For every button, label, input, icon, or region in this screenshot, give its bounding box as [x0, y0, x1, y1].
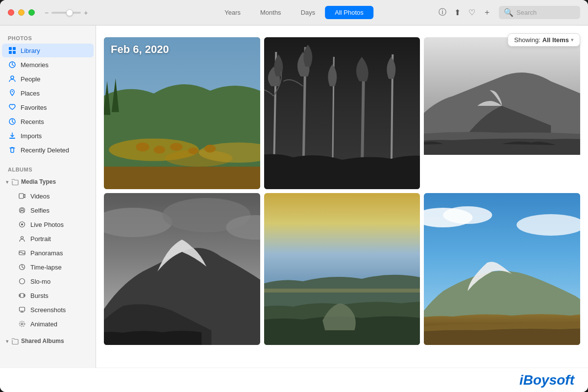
photo-cell-4[interactable]: [104, 193, 260, 345]
sidebar-item-recents[interactable]: Recents: [2, 115, 94, 128]
bursts-label: Bursts: [30, 292, 49, 299]
tab-months[interactable]: Months: [250, 6, 291, 19]
shared-albums-label: Shared Albums: [21, 338, 64, 344]
sidebar-item-people[interactable]: People: [2, 72, 94, 86]
showing-badge[interactable]: Showing: All Items ▾: [508, 33, 580, 47]
photo-cell-5[interactable]: [264, 193, 420, 345]
sidebar-item-selfies[interactable]: Selfies: [2, 203, 94, 217]
photo-1-image: [104, 37, 260, 170]
people-icon: [8, 74, 17, 83]
chevron-down-icon: ▾: [571, 37, 574, 43]
svg-point-28: [136, 143, 149, 151]
svg-point-29: [154, 146, 165, 154]
svg-rect-9: [19, 194, 24, 198]
zoom-thumb[interactable]: [66, 9, 73, 16]
search-box[interactable]: 🔍: [499, 6, 580, 19]
sidebar-item-slo-mo[interactable]: Slo-mo: [2, 274, 94, 288]
sidebar-item-portrait[interactable]: Portrait: [2, 232, 94, 245]
zoom-control: − +: [45, 9, 88, 17]
sidebar-item-imports[interactable]: Imports: [2, 129, 94, 143]
svg-point-17: [20, 279, 25, 284]
recents-icon: [8, 117, 17, 126]
imports-icon: [8, 131, 17, 140]
minimize-button[interactable]: [18, 9, 24, 16]
tab-days[interactable]: Days: [291, 6, 325, 19]
media-types-label: Media Types: [21, 178, 56, 185]
zoom-plus-icon[interactable]: +: [84, 9, 88, 17]
tab-years[interactable]: Years: [215, 6, 250, 19]
selfies-icon: [18, 206, 26, 215]
zoom-slider[interactable]: [51, 12, 81, 14]
sidebar-item-favorites[interactable]: Favorites: [2, 100, 94, 114]
svg-rect-33: [104, 167, 260, 189]
screenshots-icon: [18, 305, 26, 314]
photo-cell-2[interactable]: [264, 37, 420, 189]
sidebar-item-screenshots[interactable]: Screenshots: [2, 303, 94, 317]
media-types-folder-icon: [10, 177, 19, 186]
videos-label: Videos: [30, 193, 50, 200]
sidebar-item-recently-deleted[interactable]: Recently Deleted: [2, 143, 94, 157]
svg-rect-46: [264, 289, 420, 293]
svg-point-31: [188, 147, 198, 154]
chevron-right-icon: ▾: [6, 339, 8, 344]
sidebar-item-animated[interactable]: Animated: [2, 317, 94, 331]
favorites-icon: [8, 103, 17, 112]
close-button[interactable]: [8, 9, 14, 16]
search-icon: 🔍: [504, 8, 514, 17]
svg-point-14: [21, 237, 24, 239]
animated-label: Animated: [30, 320, 57, 328]
sidebar-item-memories[interactable]: Memories: [2, 58, 94, 72]
sidebar-item-live-photos[interactable]: Live Photos: [2, 218, 94, 231]
share-icon[interactable]: ⬆: [454, 8, 461, 17]
favorites-label: Favorites: [21, 104, 47, 111]
svg-point-32: [204, 145, 216, 152]
maximize-button[interactable]: [28, 9, 35, 16]
showing-value: All Items: [542, 36, 569, 44]
info-icon[interactable]: ⓘ: [439, 7, 446, 18]
svg-rect-19: [19, 294, 20, 296]
recently-deleted-label: Recently Deleted: [21, 147, 69, 154]
slo-mo-icon: [18, 277, 26, 286]
recently-deleted-icon: [8, 146, 17, 154]
heart-icon[interactable]: ♡: [468, 8, 475, 17]
memories-icon: [8, 60, 17, 69]
svg-rect-3: [13, 51, 16, 54]
photos-section-label: Photos: [0, 29, 96, 43]
tab-all-photos[interactable]: All Photos: [325, 6, 373, 19]
sidebar-item-bursts[interactable]: Bursts: [2, 289, 94, 302]
time-lapse-label: Time-lapse: [30, 264, 62, 271]
photo-cell-3[interactable]: [424, 37, 580, 189]
shared-albums-icon: [10, 337, 19, 345]
places-label: Places: [21, 90, 40, 97]
svg-rect-18: [20, 294, 24, 297]
sidebar-item-panoramas[interactable]: Panoramas: [2, 246, 94, 260]
sidebar-item-time-lapse[interactable]: Time-lapse: [2, 260, 94, 274]
plus-square-icon[interactable]: ＋: [483, 7, 491, 18]
people-label: People: [21, 75, 40, 83]
photo-cell-1[interactable]: Feb 6, 2020: [104, 37, 260, 189]
photo-1-date: Feb 6, 2020: [111, 43, 169, 56]
imports-label: Imports: [21, 132, 42, 140]
sidebar-item-library[interactable]: Library: [2, 44, 94, 57]
showing-label: Showing:: [514, 36, 540, 44]
search-input[interactable]: [516, 9, 575, 16]
sidebar-item-videos[interactable]: Videos: [2, 189, 94, 203]
live-photos-icon: [18, 220, 26, 229]
zoom-minus-icon[interactable]: −: [45, 9, 49, 17]
media-types-group[interactable]: ▾ Media Types: [2, 175, 94, 188]
slo-mo-label: Slo-mo: [30, 278, 50, 285]
nav-tabs: Years Months Days All Photos: [215, 6, 373, 19]
svg-point-5: [11, 76, 14, 79]
sidebar-item-places[interactable]: Places: [2, 86, 94, 100]
content-area: Showing: All Items ▾: [96, 25, 588, 368]
library-icon: [8, 46, 17, 55]
shared-albums-group[interactable]: ▾ Shared Albums: [2, 335, 94, 347]
library-label: Library: [21, 47, 40, 54]
portrait-icon: [18, 234, 26, 243]
time-lapse-icon: [18, 263, 26, 271]
animated-icon: [18, 319, 26, 328]
svg-point-22: [20, 321, 25, 327]
photo-cell-6[interactable]: [424, 193, 580, 345]
recents-label: Recents: [21, 118, 44, 125]
sidebar: Photos Library: [0, 25, 96, 368]
